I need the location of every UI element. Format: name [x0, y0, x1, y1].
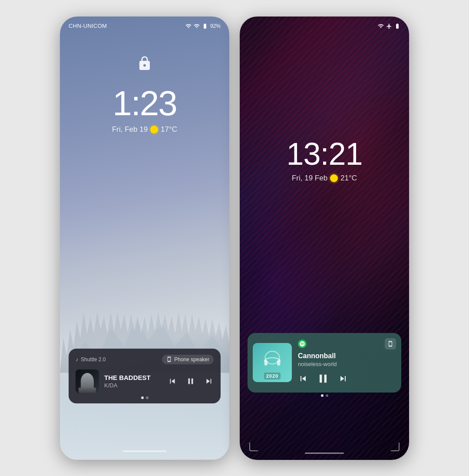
dot-2 [146, 396, 149, 399]
year-badge: 2020 [264, 373, 281, 379]
next-button-phone2[interactable] [338, 373, 348, 386]
battery-icon-phone2 [394, 23, 400, 29]
song-title-phone1: THE BADDEST [104, 374, 162, 381]
page-dots-phone2 [240, 394, 409, 397]
airplane-icon [386, 23, 392, 29]
signal-icon [194, 23, 200, 29]
app-name-label: Shuttle 2.0 [81, 356, 106, 363]
phone-speaker-label: Phone speaker [174, 356, 209, 363]
clock-time-phone1: 1:23 [60, 86, 229, 121]
lock-icon-wrap [137, 56, 152, 73]
clock-area-phone2: 13:21 Fri, 19 Feb 21°C [240, 138, 409, 183]
album-figure [81, 373, 94, 389]
home-indicator-phone1 [123, 450, 166, 452]
weather-sun-icon-phone2 [330, 174, 338, 182]
song-artist-phone2: noiseless-world [298, 361, 396, 367]
playback-controls-phone1 [168, 376, 214, 386]
song-artist-phone1: K/DA [104, 382, 162, 389]
phone-2-background [240, 17, 409, 460]
battery-icon [202, 23, 208, 29]
wifi-icon-phone2 [378, 23, 384, 29]
weather-sun-icon [150, 126, 158, 133]
app-name: ♪ Shuttle 2.0 [76, 356, 106, 363]
status-bar-phone1: CHN-UNICOM 92% [60, 17, 229, 32]
next-button-phone1[interactable] [204, 376, 214, 386]
prev-button-phone1[interactable] [168, 376, 177, 386]
spotify-icon [298, 340, 307, 348]
status-bar-phone2 [240, 17, 409, 32]
music-card-info-phone2: Cannonball noiseless-world [298, 338, 396, 387]
phone-2: 13:21 Fri, 19 Feb 21°C 2020 [240, 17, 409, 460]
music-card-phone2[interactable]: 2020 Cannonball noiseless-world [248, 333, 401, 393]
phone-1: CHN-UNICOM 92% 1:23 Fri, Feb 19 17°C ♪ [60, 17, 229, 460]
phone-speaker-icon [166, 356, 172, 362]
headphone-art [261, 346, 284, 370]
dot-2-phone2 [326, 394, 328, 397]
album-art-content: 2020 [253, 343, 292, 382]
swirl-overlay [240, 17, 409, 460]
music-card-header: ♪ Shuttle 2.0 Phone speaker [76, 355, 214, 364]
dot-1-phone2 [321, 394, 324, 397]
dot-1 [141, 396, 144, 399]
wifi-icon [185, 23, 192, 29]
clock-date-phone1: Fri, Feb 19 17°C [60, 125, 229, 134]
nav-corner-right [391, 443, 400, 451]
mc2-header [298, 338, 396, 350]
clock-date-phone2: Fri, 19 Feb 21°C [240, 174, 409, 183]
output-icon-phone2[interactable] [385, 338, 396, 350]
status-icons: 92% [185, 23, 221, 29]
clock-area-phone1: 1:23 Fri, Feb 19 17°C [60, 86, 229, 134]
pause-button-phone1[interactable] [186, 376, 195, 386]
album-art-phone1 [76, 369, 99, 393]
lock-icon [137, 56, 152, 71]
playback-controls-phone2 [298, 372, 396, 387]
music-card-body: THE BADDEST K/DA [76, 369, 214, 393]
battery-percent: 92% [210, 23, 221, 29]
song-info-phone1: THE BADDEST K/DA [104, 374, 162, 389]
music-note-icon: ♪ [76, 356, 78, 363]
phone-speaker-button[interactable]: Phone speaker [162, 355, 214, 364]
nav-corner-left [249, 443, 258, 451]
prev-button-phone2[interactable] [298, 373, 308, 386]
page-dots [76, 396, 214, 399]
status-icons-phone2 [378, 23, 400, 29]
album-art-inner [76, 369, 99, 393]
music-card-phone1[interactable]: ♪ Shuttle 2.0 Phone speaker THE BADDEST … [69, 349, 221, 403]
carrier-label: CHN-UNICOM [69, 23, 107, 29]
album-art-phone2: 2020 [253, 343, 292, 382]
home-indicator-phone2 [305, 453, 344, 454]
clock-time-phone2: 13:21 [240, 138, 409, 170]
pause-button-phone2[interactable] [316, 372, 330, 387]
song-title-phone2: Cannonball [298, 352, 396, 360]
